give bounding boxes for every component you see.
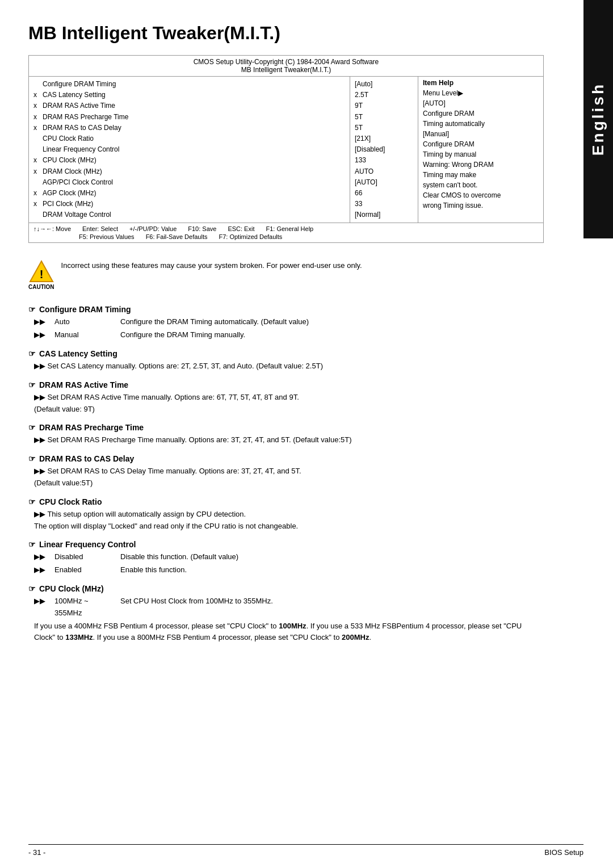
bios-row-prefix — [33, 79, 43, 90]
bios-row-text: PCI Clock (MHz) — [43, 199, 345, 209]
bios-row-value: 5T — [355, 112, 413, 123]
section-arrow-icon: ☞ — [28, 305, 36, 314]
sub-item: ▶▶100MHz ~ 355MHzSet CPU Host Clock from… — [34, 596, 544, 619]
sub-item: ▶▶EnabledEnable this function. — [34, 564, 544, 576]
section-item-configure-dram-timing: ☞Configure DRAM Timing▶▶AutoConfigure th… — [28, 305, 544, 341]
bios-footer: ↑↓→←: MoveEnter: Select+/-/PU/PD: ValueF… — [29, 223, 543, 242]
paragraph-line: (Default value: 9T) — [34, 404, 544, 416]
bios-row-value: 133 — [355, 155, 413, 166]
bios-row-value: 66 — [355, 188, 413, 199]
section-title: ☞Configure DRAM Timing — [28, 305, 544, 314]
bios-row-value: [AUTO] — [355, 177, 413, 188]
bios-table: Configure DRAM TimingxCAS Latency Settin… — [29, 77, 543, 223]
section-title-text: Linear Frequency Control — [39, 540, 136, 549]
section-title-text: DRAM RAS Precharge Time — [39, 423, 144, 432]
bios-row-prefix: x — [33, 123, 43, 133]
svg-text:!: ! — [39, 268, 43, 280]
menu-level: Menu Level▶ — [423, 88, 539, 98]
sub-desc: Configure the DRAM Timing manually. — [120, 329, 544, 341]
section-title-text: CAS Latency Setting — [39, 349, 117, 358]
section-title-text: CPU Clock (MHz) — [39, 584, 104, 593]
section-arrow-icon: ☞ — [28, 497, 36, 506]
bios-row: xDRAM RAS Active Time — [33, 100, 345, 111]
item-help-title: Item Help — [423, 79, 539, 87]
section-paragraph: ▶▶ Set DRAM RAS Precharge Time manually.… — [34, 434, 544, 446]
section-title: ☞DRAM RAS Active Time — [28, 380, 544, 389]
section-paragraph: ▶▶ Set DRAM RAS to CAS Delay Time manual… — [34, 466, 544, 489]
bios-row: xDRAM RAS Precharge Time — [33, 112, 345, 123]
section-body: ▶▶ This setup option will automatically … — [34, 509, 544, 532]
bios-row-prefix: x — [33, 90, 43, 100]
sub-arrow-icon: ▶▶ — [34, 329, 45, 341]
bios-row-value: AUTO — [355, 166, 413, 177]
bios-row-prefix — [33, 133, 43, 144]
paragraph-line: ▶▶ Set DRAM RAS to CAS Delay Time manual… — [34, 466, 544, 477]
side-tab: English — [583, 0, 613, 238]
section-body: ▶▶ Set DRAM RAS Precharge Time manually.… — [34, 434, 544, 446]
caution-icon-wrapper: ! CAUTION — [28, 259, 54, 290]
section-body: ▶▶ Set DRAM RAS to CAS Delay Time manual… — [34, 466, 544, 489]
section-item-dram-ras-active-time: ☞DRAM RAS Active Time▶▶ Set DRAM RAS Act… — [28, 380, 544, 416]
paragraph-line: ▶▶ Set DRAM RAS Precharge Time manually.… — [34, 434, 544, 446]
footer-item: F5: Previous Values — [79, 233, 135, 240]
sub-desc: Set CPU Host Clock from 100MHz to 355MHz… — [120, 596, 544, 619]
bios-row-text: DRAM RAS to CAS Delay — [43, 123, 345, 133]
section-title: ☞CPU Clock Ratio — [28, 497, 544, 506]
sub-arrow-icon: ▶▶ — [34, 551, 45, 563]
footer-item: F6: Fail-Save Defaults — [146, 233, 208, 240]
section-body: ▶▶ Set CAS Latency manually. Options are… — [34, 360, 544, 372]
section-title-text: Configure DRAM Timing — [39, 305, 131, 314]
paragraph-line: ▶▶ This setup option will automatically … — [34, 509, 544, 521]
section-item-dram-ras-to-cas-delay: ☞DRAM RAS to CAS Delay▶▶ Set DRAM RAS to… — [28, 454, 544, 489]
bios-row-text: AGP Clock (MHz) — [43, 188, 345, 199]
page-container: English MB Intelligent Tweaker(M.I.T.) C… — [0, 0, 613, 868]
section-body: ▶▶DisabledDisable this function. (Defaul… — [34, 551, 544, 576]
sub-desc: Configure the DRAM Timing automatically.… — [120, 316, 544, 328]
section-body: ▶▶AutoConfigure the DRAM Timing automati… — [34, 316, 544, 341]
bios-row-text: CAS Latency Setting — [43, 90, 345, 100]
bios-row-text: AGP/PCI Clock Control — [43, 177, 345, 188]
bios-row-text: DRAM Clock (MHz) — [43, 166, 345, 177]
section-body: ▶▶ Set DRAM RAS Active Time manually. Op… — [34, 392, 544, 416]
bios-row-value: 33 — [355, 199, 413, 209]
bios-header: CMOS Setup Utility-Copyright (C) 1984-20… — [29, 56, 543, 77]
sub-item: ▶▶DisabledDisable this function. (Defaul… — [34, 551, 544, 563]
section-item-cas-latency-setting: ☞CAS Latency Setting▶▶ Set CAS Latency m… — [28, 349, 544, 372]
sub-label: Auto — [54, 316, 111, 328]
bios-row: CPU Clock Ratio — [33, 133, 345, 144]
bios-row: xAGP Clock (MHz) — [33, 188, 345, 199]
bios-row-prefix: x — [33, 100, 43, 111]
section-arrow-icon: ☞ — [28, 584, 36, 593]
section-arrow-icon: ☞ — [28, 540, 36, 549]
sub-desc: Disable this function. (Default value) — [120, 551, 544, 563]
bios-footer-row1: ↑↓→←: MoveEnter: Select+/-/PU/PD: ValueF… — [33, 225, 539, 232]
bios-row: xPCI Clock (MHz) — [33, 199, 345, 209]
caution-box: ! CAUTION Incorrect using these features… — [28, 254, 544, 295]
footer-section: BIOS Setup — [544, 848, 583, 857]
caution-label: CAUTION — [28, 284, 54, 290]
bios-row-value: 9T — [355, 100, 413, 111]
bios-row-value: [Disabled] — [355, 144, 413, 155]
section-paragraph: ▶▶ This setup option will automatically … — [34, 509, 544, 532]
section-title-text: DRAM RAS Active Time — [39, 380, 128, 389]
footer-page-num: - 31 - — [28, 848, 45, 857]
sub-label: Disabled — [54, 551, 111, 563]
page-footer: - 31 - BIOS Setup — [28, 844, 583, 857]
section-item-cpu-clock-ratio: ☞CPU Clock Ratio▶▶ This setup option wil… — [28, 497, 544, 532]
bios-right-col: Item Help Menu Level▶ [AUTO]Configure DR… — [418, 77, 543, 223]
bios-row-prefix: x — [33, 166, 43, 177]
section-item-cpu-clock-mhz: ☞CPU Clock (MHz)▶▶100MHz ~ 355MHzSet CPU… — [28, 584, 544, 644]
bios-row-text: Configure DRAM Timing — [43, 79, 345, 90]
bios-footer-row2: F5: Previous ValuesF6: Fail-Save Default… — [33, 233, 539, 240]
bios-row-prefix: x — [33, 155, 43, 166]
footer-item: +/-/PU/PD: Value — [129, 225, 177, 232]
sections-container: ☞Configure DRAM Timing▶▶AutoConfigure th… — [28, 305, 544, 644]
section-title-text: CPU Clock Ratio — [39, 497, 102, 506]
bios-row: xDRAM Clock (MHz) — [33, 166, 345, 177]
bios-row-prefix: x — [33, 188, 43, 199]
footer-item: ESC: Exit — [228, 225, 254, 232]
sub-item: ▶▶AutoConfigure the DRAM Timing automati… — [34, 316, 544, 328]
bios-middle-col: [Auto]2.5T9T5T5T[21X][Disabled]133AUTO[A… — [350, 77, 418, 223]
bios-row-prefix — [33, 177, 43, 188]
sub-arrow-icon: ▶▶ — [34, 596, 45, 619]
